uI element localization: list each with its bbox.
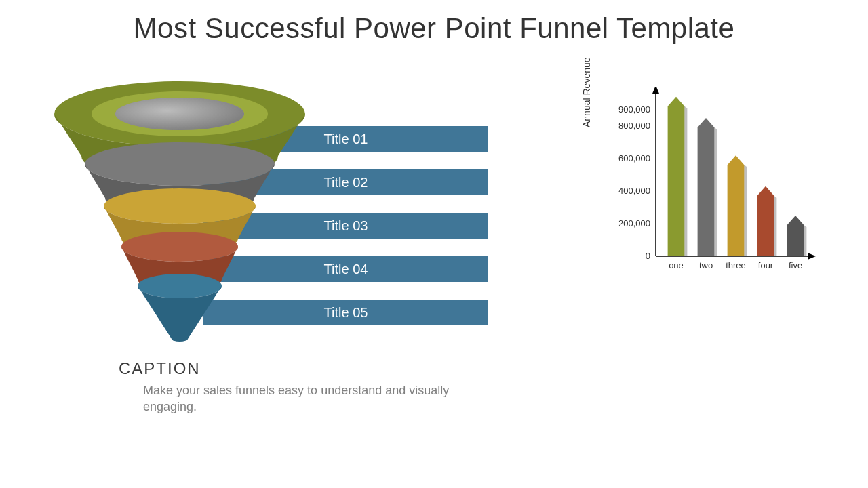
- slide: Most Successful Power Point Funnel Templ…: [0, 0, 868, 488]
- funnel-ring-5: [138, 274, 222, 342]
- svg-point-4: [85, 142, 275, 186]
- svg-marker-27: [757, 186, 774, 256]
- svg-text:200,000: 200,000: [618, 218, 650, 228]
- svg-marker-9: [652, 87, 659, 94]
- caption-body: Make your sales funnels easy to understa…: [143, 382, 471, 415]
- svg-marker-28: [774, 196, 776, 256]
- funnel-graphic: [51, 81, 309, 352]
- svg-marker-11: [808, 253, 816, 260]
- svg-text:two: two: [699, 260, 713, 270]
- y-axis-label: Annual Revenue: [581, 57, 592, 127]
- page-title: Most Successful Power Point Funnel Templ…: [0, 12, 868, 45]
- svg-text:0: 0: [646, 251, 650, 261]
- svg-text:800,000: 800,000: [618, 121, 650, 131]
- bar-chart: Annual Revenue 0200,000400,000600,000800…: [593, 87, 824, 297]
- svg-marker-25: [744, 165, 747, 256]
- svg-marker-31: [804, 225, 806, 256]
- svg-marker-24: [728, 155, 745, 256]
- svg-marker-21: [698, 118, 715, 256]
- svg-text:900,000: 900,000: [618, 104, 650, 115]
- svg-marker-22: [714, 127, 717, 256]
- caption-block: CAPTION Make your sales funnels easy to …: [119, 359, 471, 415]
- svg-point-7: [138, 274, 222, 298]
- caption-heading: CAPTION: [119, 359, 471, 378]
- svg-text:400,000: 400,000: [618, 186, 650, 196]
- svg-text:five: five: [789, 260, 802, 270]
- svg-marker-30: [787, 216, 804, 256]
- svg-marker-18: [668, 97, 685, 256]
- svg-text:one: one: [669, 260, 684, 270]
- svg-point-6: [121, 232, 238, 262]
- svg-text:four: four: [758, 260, 774, 270]
- svg-marker-19: [684, 106, 687, 256]
- svg-point-3: [115, 98, 244, 130]
- svg-point-5: [104, 188, 256, 224]
- svg-text:three: three: [726, 260, 746, 270]
- svg-text:600,000: 600,000: [618, 153, 650, 163]
